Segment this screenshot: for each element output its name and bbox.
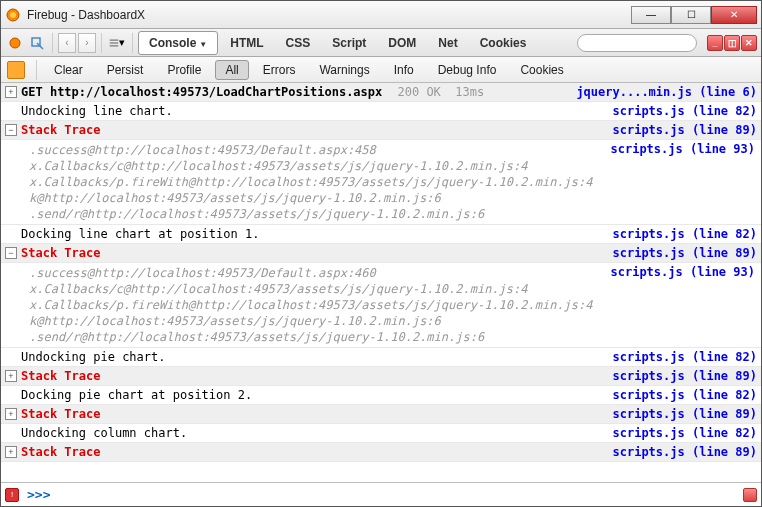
collapse-toggle[interactable]: − bbox=[5, 247, 17, 259]
titlebar: Firebug - DashboardX — ☐ ✕ bbox=[1, 1, 761, 29]
stack-trace-label: Stack Trace bbox=[21, 369, 605, 383]
panel-list-icon[interactable]: ▾ bbox=[107, 33, 127, 53]
request-method: GET bbox=[21, 85, 43, 99]
window-title: Firebug - DashboardX bbox=[27, 8, 631, 22]
log-message: Undocking line chart. bbox=[21, 104, 605, 118]
tab-console[interactable]: Console▼ bbox=[138, 31, 218, 55]
log-row: Docking pie chart at position 2. scripts… bbox=[1, 386, 761, 405]
stack-trace-label: Stack Trace bbox=[21, 123, 605, 137]
separator bbox=[52, 33, 53, 53]
tab-css[interactable]: CSS bbox=[276, 32, 321, 54]
close-panel-button[interactable]: ✕ bbox=[741, 35, 757, 51]
stack-trace-row[interactable]: − Stack Trace scripts.js (line 89) bbox=[1, 244, 761, 263]
forward-button[interactable]: › bbox=[78, 33, 96, 53]
persist-button[interactable]: Persist bbox=[97, 60, 154, 80]
log-message: Undocking column chart. bbox=[21, 426, 605, 440]
detach-panel-button[interactable]: ◫ bbox=[724, 35, 740, 51]
trace-line: k@http://localhost:49573/assets/js/jquer… bbox=[29, 190, 757, 206]
maximize-button[interactable]: ☐ bbox=[671, 6, 711, 24]
source-link[interactable]: scripts.js (line 82) bbox=[613, 350, 758, 364]
log-message: Docking pie chart at position 2. bbox=[21, 388, 605, 402]
source-link[interactable]: scripts.js (line 93) bbox=[611, 265, 756, 279]
firebug-menu-icon[interactable] bbox=[5, 33, 25, 53]
stack-trace-row[interactable]: + Stack Trace scripts.js (line 89) bbox=[1, 443, 761, 462]
console-output[interactable]: + GET http://localhost:49573/LoadChartPo… bbox=[1, 83, 761, 482]
close-button[interactable]: ✕ bbox=[711, 6, 757, 24]
log-message: Undocking pie chart. bbox=[21, 350, 605, 364]
stack-trace-row[interactable]: + Stack Trace scripts.js (line 89) bbox=[1, 405, 761, 424]
expand-toggle[interactable]: + bbox=[5, 446, 17, 458]
source-link[interactable]: scripts.js (line 89) bbox=[613, 407, 758, 421]
search-input[interactable] bbox=[577, 34, 697, 52]
source-link[interactable]: scripts.js (line 89) bbox=[613, 123, 758, 137]
svg-rect-5 bbox=[110, 42, 119, 43]
stack-trace-body: scripts.js (line 93) .success@http://loc… bbox=[1, 140, 761, 225]
source-link[interactable]: jquery....min.js (line 6) bbox=[576, 85, 757, 99]
trace-line: .send/r@http://localhost:49573/assets/js… bbox=[29, 329, 757, 345]
source-link[interactable]: scripts.js (line 89) bbox=[613, 246, 758, 260]
trace-line: .send/r@http://localhost:49573/assets/js… bbox=[29, 206, 757, 222]
request-status: 200 OK bbox=[398, 85, 441, 99]
stack-trace-label: Stack Trace bbox=[21, 407, 605, 421]
tab-script[interactable]: Script bbox=[322, 32, 376, 54]
clear-button[interactable]: Clear bbox=[44, 60, 93, 80]
svg-rect-6 bbox=[110, 45, 119, 46]
expand-toggle[interactable]: + bbox=[5, 370, 17, 382]
tab-dom[interactable]: DOM bbox=[378, 32, 426, 54]
tab-cookies[interactable]: Cookies bbox=[470, 32, 537, 54]
filter-cookies-button[interactable]: Cookies bbox=[510, 60, 573, 80]
console-toolbar: Clear Persist Profile All Errors Warning… bbox=[1, 57, 761, 83]
command-line[interactable]: ! >>> bbox=[1, 482, 761, 506]
tab-html[interactable]: HTML bbox=[220, 32, 273, 54]
log-row: Undocking line chart. scripts.js (line 8… bbox=[1, 102, 761, 121]
back-button[interactable]: ‹ bbox=[58, 33, 76, 53]
request-time: 13ms bbox=[455, 85, 484, 99]
log-row: Docking line chart at position 1. script… bbox=[1, 225, 761, 244]
profile-button[interactable]: Profile bbox=[157, 60, 211, 80]
stack-trace-body: scripts.js (line 93) .success@http://loc… bbox=[1, 263, 761, 348]
expand-toggle[interactable]: + bbox=[5, 86, 17, 98]
trace-line: x.Callbacks/p.fireWith@http://localhost:… bbox=[29, 174, 757, 190]
source-link[interactable]: scripts.js (line 93) bbox=[611, 142, 756, 156]
source-link[interactable]: scripts.js (line 89) bbox=[613, 445, 758, 459]
source-link[interactable]: scripts.js (line 89) bbox=[613, 369, 758, 383]
tab-net[interactable]: Net bbox=[428, 32, 467, 54]
stack-trace-label: Stack Trace bbox=[21, 445, 605, 459]
firebug-icon bbox=[5, 7, 21, 23]
command-editor-toggle[interactable] bbox=[743, 488, 757, 502]
log-row: Undocking column chart. scripts.js (line… bbox=[1, 424, 761, 443]
stack-trace-row[interactable]: + Stack Trace scripts.js (line 89) bbox=[1, 367, 761, 386]
svg-rect-4 bbox=[110, 39, 119, 40]
separator bbox=[132, 33, 133, 53]
collapse-toggle[interactable]: − bbox=[5, 124, 17, 136]
filter-info-button[interactable]: Info bbox=[384, 60, 424, 80]
filter-debug-button[interactable]: Debug Info bbox=[428, 60, 507, 80]
filter-errors-button[interactable]: Errors bbox=[253, 60, 306, 80]
net-request-row[interactable]: + GET http://localhost:49573/LoadChartPo… bbox=[1, 83, 761, 102]
source-link[interactable]: scripts.js (line 82) bbox=[613, 426, 758, 440]
log-row: Undocking pie chart. scripts.js (line 82… bbox=[1, 348, 761, 367]
source-link[interactable]: scripts.js (line 82) bbox=[613, 227, 758, 241]
error-indicator-icon[interactable]: ! bbox=[5, 488, 19, 502]
main-toolbar: ‹ › ▾ Console▼ HTML CSS Script DOM Net C… bbox=[1, 29, 761, 57]
minimize-button[interactable]: — bbox=[631, 6, 671, 24]
filter-all-button[interactable]: All bbox=[215, 60, 248, 80]
source-link[interactable]: scripts.js (line 82) bbox=[613, 388, 758, 402]
break-icon[interactable] bbox=[7, 61, 25, 79]
stack-trace-row[interactable]: − Stack Trace scripts.js (line 89) bbox=[1, 121, 761, 140]
trace-line: x.Callbacks/c@http://localhost:49573/ass… bbox=[29, 158, 757, 174]
request-url: http://localhost:49573/LoadChartPosition… bbox=[50, 85, 382, 99]
separator bbox=[36, 60, 37, 80]
log-message: Docking line chart at position 1. bbox=[21, 227, 605, 241]
minimize-panel-button[interactable]: _ bbox=[707, 35, 723, 51]
chevron-down-icon: ▼ bbox=[199, 40, 207, 49]
command-prompt: >>> bbox=[27, 487, 50, 502]
inspect-icon[interactable] bbox=[27, 33, 47, 53]
expand-toggle[interactable]: + bbox=[5, 408, 17, 420]
svg-point-2 bbox=[10, 38, 20, 48]
trace-line: x.Callbacks/c@http://localhost:49573/ass… bbox=[29, 281, 757, 297]
source-link[interactable]: scripts.js (line 82) bbox=[613, 104, 758, 118]
trace-line: x.Callbacks/p.fireWith@http://localhost:… bbox=[29, 297, 757, 313]
separator bbox=[101, 33, 102, 53]
filter-warnings-button[interactable]: Warnings bbox=[309, 60, 379, 80]
